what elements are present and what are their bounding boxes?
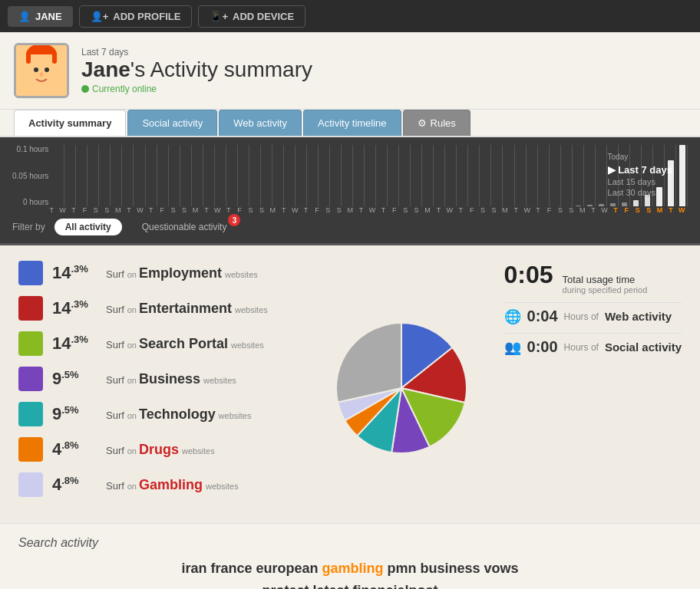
bar-column [309,145,319,206]
profile-info: Last 7 days Jane's Activity summary Curr… [81,47,312,94]
bar-column [320,145,330,206]
bar-column [504,145,514,206]
bar-column [401,145,411,206]
activity-description: Surf on Business websites [106,371,236,387]
bar-column [678,145,688,206]
bar-column [228,145,238,206]
svg-rect-8 [52,51,57,64]
tab-activity-timeline[interactable]: Activity timeline [303,110,401,136]
bar-column [563,145,573,206]
bar-column [124,145,134,206]
bar-column [574,145,584,206]
filter-bar: Filter by All activity Questionable acti… [0,214,700,245]
x-label: T [223,206,234,214]
x-label: S [101,206,112,214]
bar-column [412,145,422,206]
bar-column [216,145,226,206]
x-label: S [643,206,654,214]
filter-questionable-button[interactable]: Questionable activity 3 [131,219,238,235]
x-label: W [444,206,455,214]
bar-column [332,145,342,206]
web-activity-name: Web activity [605,310,672,323]
tab-web-activity[interactable]: Web activity [219,110,302,136]
bar-column [528,145,538,206]
bar-column [66,145,76,206]
x-label: S [245,206,256,214]
activity-color-box [18,402,43,426]
x-label: T [533,206,543,214]
legend-7d[interactable]: ▶ Last 7 days [608,164,672,176]
questionable-badge: 3 [228,214,240,226]
bar-column [205,145,215,206]
bar-column [458,145,468,206]
activity-description: Surf on Employment websites [106,265,258,281]
social-time-value: 0:00 [527,338,558,356]
bar-column [262,145,272,206]
x-label: W [676,206,687,214]
x-label: M [422,206,433,214]
avatar [14,43,69,98]
pie-segment [336,323,401,403]
total-time-value: 0:05 [504,261,553,289]
filter-all-button[interactable]: All activity [54,219,122,235]
x-label: W [521,206,532,214]
search-words: iran france european gambling pmn busine… [18,558,682,589]
x-label: M [267,206,278,214]
legend-15d[interactable]: Last 15 days [608,177,672,186]
activity-color-box [18,367,43,391]
tab-rules[interactable]: ⚙ Rules [403,110,471,136]
x-label: S [555,206,566,214]
x-label: T [610,206,621,214]
x-label: T [124,206,134,214]
bar-column [159,145,169,206]
activity-description: Surf on Gambling websites [106,477,239,493]
x-label: T [588,206,599,214]
legend-30d[interactable]: Last 30 days [608,188,672,197]
activity-color-box [18,331,43,356]
web-time-value: 0:04 [527,308,558,325]
x-label: T [510,206,521,214]
bar-column [193,145,203,206]
topbar: 👤 JANE 👤+ ADD PROFILE 📱+ ADD DEVICE [0,0,700,32]
search-word: pmn [388,561,417,576]
tab-social-activity[interactable]: Social activity [127,110,217,136]
x-label: T [300,206,311,214]
activity-description: Surf on Entertainment websites [106,301,268,317]
bar-column [597,145,607,206]
add-device-icon: 📱+ [210,11,228,22]
x-label: M [500,206,510,214]
bar-column [540,145,550,206]
add-device-button[interactable]: 📱+ ADD DEVICE [198,5,305,28]
jane-button[interactable]: 👤 JANE [8,6,73,27]
activity-percent: 14.3% [52,263,97,283]
search-word: vows [484,561,519,576]
activity-item: 9.5% Surf on Technology websites [18,402,306,426]
x-label: F [543,206,554,214]
search-word: france [210,561,252,576]
bar-column [135,145,145,206]
flagged-search-word: gambling [322,561,384,576]
bar-column [286,145,296,206]
tab-activity-summary[interactable]: Activity summary [14,110,126,136]
x-axis: TWTFSSMTWTFSSMTWTFSSMTWTFSSMTWTFSSMTWTFS… [12,206,688,214]
search-word: european [256,561,318,576]
x-label: T [455,206,466,214]
main-content: 14.3% Surf on Employment websites 14.3% … [0,245,700,523]
x-label: S [256,206,267,214]
x-label: S [91,206,101,214]
bar-column [147,145,157,206]
x-label: F [389,206,400,214]
gear-icon: ⚙ [418,117,427,129]
x-label: T [46,206,57,214]
x-label: F [466,206,477,214]
pie-chart-container [325,261,478,508]
bar-column [251,145,261,206]
add-profile-button[interactable]: 👤+ ADD PROFILE [79,5,193,28]
bar-column [447,145,457,206]
bar-column [78,145,88,206]
user-icon: 👤 [18,11,31,22]
graph-section: 0.1 hours 0.05 hours 0 hours Today ▶ Las… [0,137,700,214]
svg-point-6 [40,72,43,77]
x-label: T [665,206,676,214]
x-label: W [57,206,68,214]
